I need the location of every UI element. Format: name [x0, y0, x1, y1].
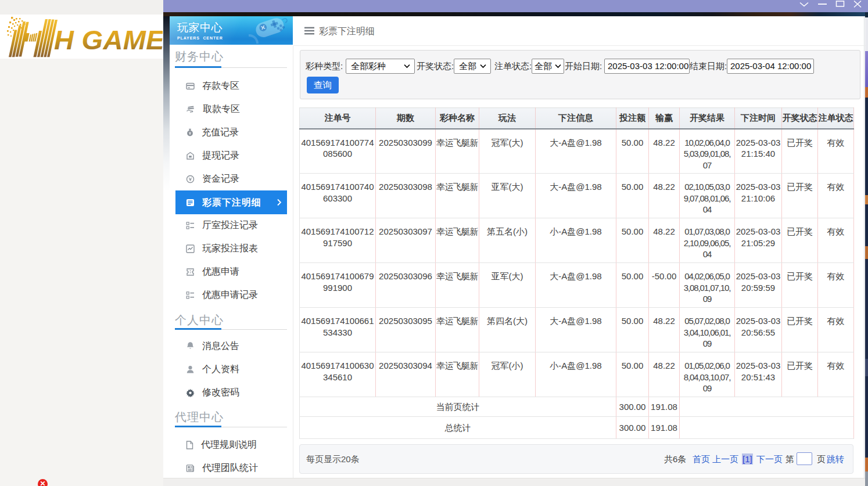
svg-text:H GAME: H GAME — [54, 24, 163, 55]
